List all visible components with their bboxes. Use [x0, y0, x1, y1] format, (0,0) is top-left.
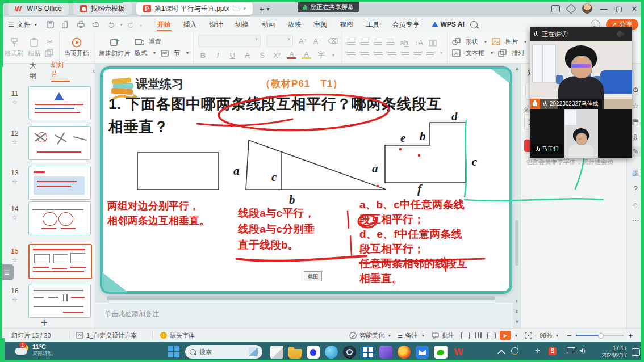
slide-thumbnail-13[interactable]: [28, 166, 91, 200]
tab-slides[interactable]: 幻灯片: [51, 60, 70, 82]
slide-thumbnail-14[interactable]: [28, 201, 91, 235]
number-list-icon[interactable]: [361, 40, 369, 46]
taskbar-clock[interactable]: 17:17 2024/2/17: [594, 344, 627, 359]
minimize-button[interactable]: —: [600, 5, 608, 13]
export-icon[interactable]: [61, 20, 70, 29]
menu-home[interactable]: 开始: [151, 17, 177, 32]
photos-app-icon[interactable]: [379, 346, 392, 359]
indent-icon[interactable]: [387, 40, 394, 46]
steam-icon[interactable]: [343, 346, 356, 359]
meeting-panel[interactable]: 正在讲话: 2022302327马佳成: [530, 27, 632, 158]
cut-icon[interactable]: ✂: [45, 37, 55, 46]
wps-ai-label[interactable]: WPS AI: [441, 20, 465, 28]
underline-button[interactable]: U: [228, 51, 237, 60]
picture-icon[interactable]: [492, 38, 500, 45]
format-painter-button[interactable]: 格式刷: [5, 37, 23, 58]
task-view-icon[interactable]: [270, 346, 283, 359]
reset-icon[interactable]: [135, 38, 144, 46]
scroll-down-icon[interactable]: ▼: [515, 319, 520, 325]
slide-thumbnail-12[interactable]: [28, 126, 91, 160]
reading-view-icon[interactable]: [487, 332, 496, 339]
mail-app-icon[interactable]: [416, 346, 429, 359]
weather-widget[interactable]: 1 11°C 局部晴朗: [15, 343, 53, 357]
more-icon[interactable]: ⋯: [630, 216, 641, 226]
tray-expand-chevron[interactable]: [497, 350, 505, 357]
smart-beautify-button[interactable]: 智能美化▾: [349, 329, 391, 342]
superscript-button[interactable]: X²: [272, 51, 282, 60]
tab-list-caret-icon[interactable]: ▾: [267, 6, 270, 12]
menu-transition[interactable]: 切换: [229, 17, 256, 32]
save-icon[interactable]: [46, 20, 55, 29]
italic-button[interactable]: I: [213, 51, 223, 60]
scrollbar-thumb[interactable]: [515, 220, 518, 266]
distribute-icon[interactable]: [402, 50, 409, 56]
sorter-view-icon[interactable]: [475, 332, 482, 338]
align-center-icon[interactable]: [361, 50, 369, 56]
collapse-panel-icon[interactable]: ‹: [93, 67, 95, 75]
align-right-icon[interactable]: [374, 50, 383, 56]
star-icon[interactable]: [9, 178, 20, 186]
slide-canvas[interactable]: 课堂练习 （教材P61 T1） 1. 下面各图中哪两条线段互相平行？哪两条线段互…: [100, 66, 512, 294]
menu-slideshow[interactable]: 放映: [282, 17, 308, 32]
zoom-in-button[interactable]: +: [628, 331, 633, 340]
font-name-combo[interactable]: [198, 35, 261, 47]
print-icon[interactable]: [77, 20, 85, 29]
file-explorer-icon[interactable]: [288, 346, 302, 359]
star-icon[interactable]: [9, 256, 20, 264]
picture-button[interactable]: 图片: [505, 37, 518, 46]
arrange-icon[interactable]: [498, 49, 507, 57]
search-icon[interactable]: [470, 21, 478, 28]
shrink-font-icon[interactable]: A⁻: [313, 37, 323, 45]
section-icon[interactable]: [161, 50, 169, 57]
design-scheme[interactable]: 1_自定义设计方案: [76, 329, 137, 342]
skin-icon[interactable]: ⌂: [630, 200, 641, 210]
tray-sync-icon[interactable]: [511, 347, 518, 356]
bold-button[interactable]: B: [198, 51, 208, 60]
slide-thumbnail-11[interactable]: [28, 86, 91, 120]
file-menu[interactable]: ☰ 文件 ▾: [0, 20, 43, 30]
scroll-up-icon[interactable]: ▲: [515, 66, 520, 71]
star-icon[interactable]: [9, 99, 20, 106]
grow-font-icon[interactable]: A⁺: [298, 37, 308, 45]
notes-area[interactable]: 单击此处添加备注: [95, 302, 513, 329]
shapes-button[interactable]: 形状: [466, 37, 478, 46]
menu-design[interactable]: 设计: [203, 17, 229, 32]
layout-button[interactable]: 版式: [135, 49, 147, 57]
undo-icon[interactable]: [107, 20, 116, 29]
firefox-icon[interactable]: [398, 346, 411, 359]
missing-font-warning[interactable]: ! 缺失字体: [160, 329, 195, 342]
clear-format-icon[interactable]: ⌫: [328, 37, 337, 45]
star-icon[interactable]: [9, 214, 20, 221]
shadow-button[interactable]: S: [257, 51, 267, 60]
arrange-button[interactable]: 排列: [512, 49, 524, 57]
font-color-button[interactable]: A: [287, 51, 296, 59]
text-effect-button[interactable]: 字: [316, 50, 326, 60]
close-button[interactable]: ✕: [630, 5, 638, 13]
new-tab-button[interactable]: +: [260, 4, 265, 14]
bullet-list-icon[interactable]: [347, 40, 356, 46]
reading-icon[interactable]: ▥: [630, 168, 641, 178]
zoom-slider[interactable]: [576, 335, 624, 336]
account-avatar[interactable]: [582, 3, 592, 14]
display-icon[interactable]: [567, 347, 575, 355]
section-button[interactable]: 节: [174, 49, 180, 57]
reset-label[interactable]: 重置: [149, 37, 161, 46]
spacing-icon[interactable]: [414, 50, 421, 56]
align-left-icon[interactable]: [347, 50, 356, 56]
font-size-combo[interactable]: [266, 35, 293, 47]
text-direction-icon[interactable]: ab̲: [399, 39, 409, 47]
strikethrough-button[interactable]: A: [242, 51, 252, 60]
tray-input-icon[interactable]: ✛: [535, 347, 540, 355]
menu-insert[interactable]: 插入: [177, 17, 203, 32]
star-icon[interactable]: [9, 138, 20, 146]
normal-view-icon[interactable]: [461, 332, 470, 339]
zoom-out-button[interactable]: −: [567, 331, 571, 340]
menu-view[interactable]: 视图: [334, 17, 360, 32]
taskbar-search[interactable]: 搜索: [185, 345, 262, 359]
screenshot-button[interactable]: 截图: [304, 271, 322, 281]
notes-button[interactable]: ☰ 备注▾: [398, 329, 424, 342]
panel-handle-button[interactable]: ☰: [0, 264, 14, 280]
comments-button[interactable]: 批注: [432, 329, 454, 342]
qq-browser-icon[interactable]: [325, 346, 338, 359]
copy-icon[interactable]: [45, 49, 53, 57]
